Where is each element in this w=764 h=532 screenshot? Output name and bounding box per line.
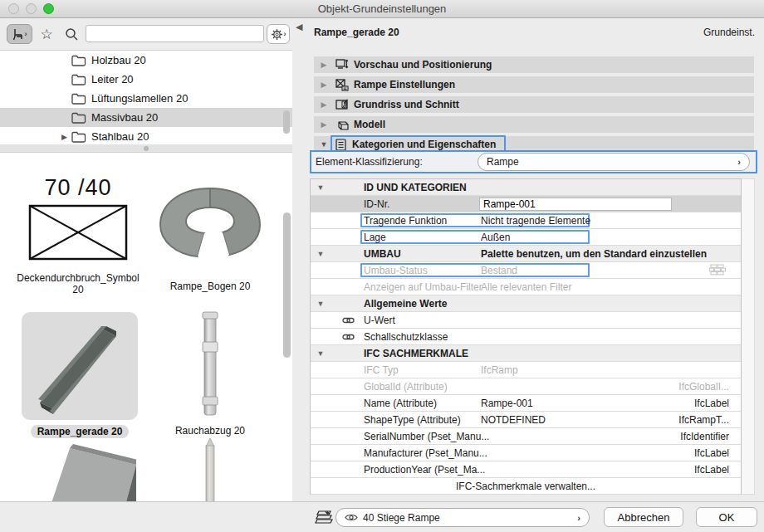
link-chain-icon [342, 316, 355, 325]
property-label: IFC Typ [364, 364, 399, 376]
tree-item-leiter[interactable]: Leiter 20 [0, 70, 292, 89]
row-manage-ifc-properties[interactable]: IFC-Sachmerkmale verwalten... [311, 478, 741, 495]
property-label: ID-Nr. [364, 198, 389, 210]
classification-value: Rampe [487, 156, 519, 168]
table-scrollbar-track[interactable] [742, 178, 755, 495]
thumbnail-label: Deckendurchbruch_Symbol 20 [16, 272, 140, 295]
property-label: U-Wert [364, 315, 395, 326]
property-value[interactable]: Nicht tragende Elemente [481, 215, 590, 227]
section-rampe-einstellungen[interactable]: ▶ Rampe Einstellungen [314, 76, 754, 93]
row-globalid[interactable]: GlobalId (Attribute) IfcGlobalI... [311, 378, 741, 395]
section-modell[interactable]: ▶ Modell [314, 116, 754, 133]
row-u-wert[interactable]: U-Wert [311, 312, 741, 329]
disclosure-triangle-icon[interactable]: ▼ [311, 183, 331, 192]
settings-menu-button[interactable]: › [267, 24, 290, 44]
close-button[interactable] [8, 3, 19, 14]
property-label: ProductionYear (Pset_Ma... [364, 464, 485, 476]
tree-scrollbar-thumb[interactable] [283, 110, 290, 134]
browser-toolbar: › ☆ › [0, 19, 292, 49]
zoom-button[interactable] [43, 3, 54, 14]
layer-dropdown[interactable]: 40 Stiege Rampe › [335, 508, 590, 527]
group-header-id-kategorien[interactable]: ▼ ID UND KATEGORIEN [311, 179, 741, 196]
tree-item-label: Lüftungslamellen 20 [91, 92, 188, 105]
property-value[interactable]: Außen [481, 232, 510, 243]
cancel-button[interactable]: Abbrechen [604, 507, 683, 527]
section-vorschau-positionierung[interactable]: ▶ Vorschau und Positionierung [314, 56, 754, 73]
ok-button[interactable]: OK [696, 507, 757, 527]
thumbnail-deckendurchbruch[interactable]: 70 /40 Deckendurchbruch_Symbol 20 [15, 168, 141, 295]
group-header-allgemeine-werte[interactable]: ▼ Allgemeine Werte [311, 295, 741, 312]
property-label: Tragende Funktion [364, 215, 447, 227]
pane-splitter[interactable] [0, 144, 292, 153]
id-number-input[interactable] [479, 198, 672, 211]
chevron-right-icon: › [284, 30, 286, 38]
property-label: Lage [364, 232, 386, 243]
link-chain-icon [342, 333, 355, 341]
chevron-right-icon: › [577, 513, 580, 523]
group-header-umbau[interactable]: ▼ UMBAU Palette benutzen, um den Standar… [311, 246, 741, 262]
property-value[interactable]: NOTDEFINED [481, 414, 546, 426]
row-name-attribute[interactable]: Name (Attribute) Rampe-001 IfcLabel [311, 395, 741, 412]
row-serialnumber[interactable]: SerialNumber (Pset_Manu... IfcIdentifier [311, 428, 741, 445]
classification-dropdown[interactable]: Rampe › [478, 153, 750, 171]
row-lage[interactable]: Lage Außen [311, 229, 741, 246]
disclosure-triangle-icon[interactable]: ▶ [314, 100, 334, 109]
section-label: Grundriss und Schnitt [354, 99, 459, 110]
thumbnail-rampe-gerade[interactable]: Rampe_gerade 20 [17, 312, 143, 438]
search-input[interactable] [86, 25, 264, 42]
tree-item-holzbau[interactable]: Holzbau 20 [0, 51, 292, 70]
disclosure-triangle-icon[interactable]: ▶ [314, 61, 334, 69]
group-label: UMBAU [364, 248, 401, 260]
thumbnail-label: Rampe_Bogen 20 [148, 281, 272, 292]
ifc-type-label: IfcLabel [694, 447, 729, 459]
star-icon: ☆ [40, 26, 52, 43]
thumbnails-scrollbar-thumb[interactable] [283, 212, 291, 358]
properties-table: ▼ ID UND KATEGORIEN ID-Nr. Tragende Funk… [310, 178, 742, 495]
row-id-nr[interactable]: ID-Nr. [311, 196, 741, 212]
minimize-button[interactable] [26, 3, 37, 14]
slab-preview [20, 442, 136, 501]
window-title: Objekt-Grundeinstellungen [318, 2, 447, 15]
straight-ramp-preview [30, 316, 130, 416]
disclosure-triangle-icon[interactable]: ▼ [311, 300, 331, 308]
row-umbau-status[interactable]: Umbau-Status Bestand [311, 262, 741, 279]
row-tragende-funktion[interactable]: Tragende Funktion Nicht tragende Element… [311, 212, 741, 229]
row-shapetype-attribute[interactable]: ShapeType (Attribute) NOTDEFINED IfcRamp… [311, 412, 741, 428]
thumbnail-rampe-bogen[interactable]: Rampe_Bogen 20 [148, 178, 272, 292]
tree-item-label: Stahlbau 20 [91, 130, 149, 143]
disclosure-triangle-icon[interactable]: ▶ [61, 133, 70, 141]
splitter-handle-icon [144, 146, 149, 151]
row-productionyear[interactable]: ProductionYear (Pset_Ma... IfcLabel [311, 461, 741, 478]
tree-item-stahlbau[interactable]: ▶ Stahlbau 20 [0, 127, 292, 146]
row-manufacturer[interactable]: Manufacturer (Pset_Manu... IfcLabel [311, 445, 741, 461]
tree-item-label: Leiter 20 [91, 73, 134, 85]
crossed-box-symbol [28, 204, 128, 261]
object-browser-button[interactable]: › [7, 24, 32, 44]
favorites-button[interactable]: ☆ [37, 24, 56, 44]
disclosure-triangle-icon[interactable]: ▶ [314, 81, 334, 89]
thumbnail-partial-slab[interactable] [15, 442, 141, 501]
property-value[interactable]: Rampe-001 [481, 398, 533, 409]
search-button[interactable] [61, 24, 81, 44]
tree-item-massivbau[interactable]: Massivbau 20 [0, 108, 292, 127]
collapse-pane-arrow-icon[interactable]: ◀ [296, 22, 302, 32]
row-ifc-typ[interactable]: IFC Typ IfcRamp [311, 362, 741, 378]
row-schallschutzklasse[interactable]: Schallschutzklasse [311, 329, 741, 345]
tree-item-lueftungslamellen[interactable]: Lüftungslamellen 20 [0, 89, 292, 108]
row-umbau-filter[interactable]: Anzeigen auf Umbau-Filter Alle relevante… [311, 279, 741, 295]
changed-field-highlight [360, 230, 590, 244]
titlebar[interactable]: Objekt-Grundeinstellungen [0, 0, 764, 18]
disclosure-triangle-icon[interactable]: ▼ [311, 250, 331, 258]
settings-pane: Rampe_gerade 20 Grundeinst. ▶ Vorschau u… [309, 18, 764, 501]
property-label: Umbau-Status [364, 265, 428, 276]
default-settings-label: Grundeinst. [703, 27, 755, 38]
section-grundriss-schnitt[interactable]: ▶ Grundriss und Schnitt [314, 96, 754, 113]
thumbnail-rauchabzug[interactable]: Rauchabzug 20 [148, 309, 272, 437]
group-note: Palette benutzen, um den Standard einzus… [481, 248, 707, 260]
disclosure-triangle-icon[interactable]: ▼ [311, 349, 331, 358]
disclosure-triangle-icon[interactable]: ▶ [314, 120, 334, 129]
section-label: Modell [354, 119, 385, 130]
thumbnail-partial-pole[interactable] [148, 435, 272, 501]
group-header-ifc-sachmerkmale[interactable]: ▼ IFC SACHMERKMALE [311, 345, 741, 362]
manage-ifc-properties-button[interactable]: IFC-Sachmerkmale verwalten... [311, 481, 741, 492]
